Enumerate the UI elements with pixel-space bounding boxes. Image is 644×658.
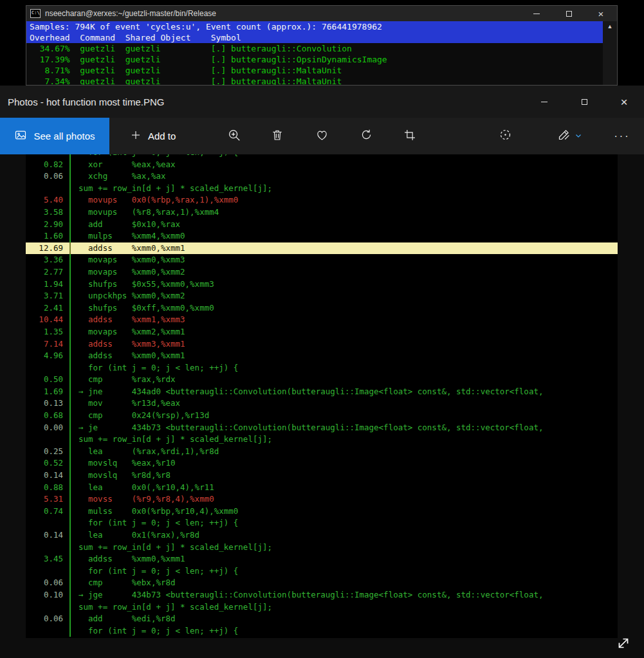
annotate-code: shufps $0xff,%xmm0,%xmm0 bbox=[69, 302, 618, 315]
annotate-percent: 5.40 bbox=[26, 194, 63, 206]
annotate-code: cmp %rax,%rdx bbox=[69, 374, 618, 386]
annotate-percent: 0.68 bbox=[26, 410, 63, 422]
scroll-up-icon[interactable]: ▲ bbox=[607, 23, 613, 86]
annotate-asm-row: 1.69→ jne 434ad0 <butteraugli::Convoluti… bbox=[26, 386, 618, 398]
annotate-percent: 1.69 bbox=[26, 386, 63, 398]
more-button[interactable]: ··· bbox=[609, 118, 635, 154]
console-line: 7.34% guetzli guetzli [.] butteraugli::M… bbox=[26, 76, 603, 86]
photos-minimize-button[interactable] bbox=[524, 86, 564, 118]
annotate-asm-row: 0.25 lea (%rax,%rdi,1),%r8d bbox=[26, 446, 618, 458]
annotate-source-row: for (int j = 0; j < len; ++j) { bbox=[26, 362, 618, 374]
annotate-asm-row: 3.58 movups (%r8,%rax,1),%xmm4 bbox=[26, 206, 618, 219]
console-line: 17.39% guetzli guetzli [.] butteraugli::… bbox=[26, 54, 603, 65]
annotate-code: → jge 434b73 <butteraugli::Convolution(b… bbox=[69, 589, 618, 601]
favorite-button[interactable] bbox=[306, 118, 337, 154]
annotate-code: for (int j = 0; j < len; ++j) { bbox=[69, 517, 618, 529]
annotate-source-row: sum += row_in[d + j] * scaled_kernel[j]; bbox=[26, 183, 618, 195]
annotate-asm-row: 2.90 add $0x10,%rax bbox=[26, 219, 618, 231]
add-to-button[interactable]: Add to bbox=[124, 118, 182, 154]
delete-icon bbox=[271, 128, 284, 144]
lens-icon bbox=[499, 128, 512, 144]
photos-close-button[interactable]: × bbox=[604, 86, 644, 118]
crop-icon bbox=[403, 129, 416, 144]
photos-window: Photos - hot function most time.PNG × Se… bbox=[0, 86, 644, 658]
rotate-button[interactable] bbox=[351, 118, 382, 154]
photos-window-title: Photos - hot function most time.PNG bbox=[0, 96, 164, 107]
annotate-percent: 0.06 bbox=[26, 170, 63, 183]
annotate-code: movaps %xmm0,%xmm3 bbox=[69, 254, 618, 266]
close-icon: × bbox=[598, 9, 604, 19]
annotate-code: addss %xmm3,%xmm1 bbox=[69, 338, 618, 351]
close-icon: × bbox=[620, 96, 627, 108]
annotate-asm-row: 3.36 movaps %xmm0,%xmm3 bbox=[26, 254, 618, 266]
annotate-asm-row: 0.88 lea 0x0(,%r10,4),%r11 bbox=[26, 482, 618, 494]
annotate-code: addss %xmm1,%xmm3 bbox=[69, 314, 618, 326]
annotate-code: mulps %xmm4,%xmm0 bbox=[69, 230, 618, 242]
annotate-percent: 0.14 bbox=[26, 470, 63, 482]
annotate-code: cmp %ebx,%r8d bbox=[69, 577, 618, 589]
annotate-code: movups (%r8,%rax,1),%xmm4 bbox=[69, 206, 618, 219]
see-all-photos-label: See all photos bbox=[33, 131, 95, 142]
annotate-code: mov %r13d,%eax bbox=[69, 398, 618, 410]
annotate-listing: for (int j = 0; j < len; ++j) {0.82 xor … bbox=[26, 154, 618, 637]
annotate-code: lea 0x1(%rax),%r8d bbox=[69, 529, 618, 542]
annotate-code: xchg %ax,%ax bbox=[69, 170, 618, 183]
annotate-code: → je 434b73 <butteraugli::Convolution(bu… bbox=[69, 422, 618, 434]
plus-icon bbox=[130, 129, 142, 143]
console-close-button[interactable]: × bbox=[585, 6, 617, 21]
edit-create-button[interactable] bbox=[557, 118, 582, 154]
annotate-percent bbox=[26, 565, 63, 578]
annotate-asm-row: 0.50 cmp %rax,%rdx bbox=[26, 374, 618, 386]
photos-maximize-button[interactable] bbox=[564, 86, 604, 118]
annotate-asm-row: 12.69 addss %xmm0,%xmm1 bbox=[26, 242, 618, 255]
console-scrollbar[interactable]: ▲ bbox=[603, 21, 617, 86]
annotate-percent: 1.60 bbox=[26, 230, 63, 242]
annotate-code: for (int j = 0; j < len; ++j) { bbox=[69, 625, 618, 637]
annotate-percent: 0.88 bbox=[26, 482, 63, 494]
fullscreen-button[interactable] bbox=[612, 634, 634, 655]
annotate-percent: 2.77 bbox=[26, 266, 63, 279]
rotate-icon bbox=[360, 128, 373, 144]
delete-button[interactable] bbox=[262, 118, 293, 154]
annotate-percent: 0.00 bbox=[26, 422, 63, 434]
annotate-code: for (int j = 0; j < len; ++j) { bbox=[69, 565, 618, 578]
annotate-percent: 0.74 bbox=[26, 506, 63, 518]
console-title: nseecharan@xerxes:~/guetzli-master/bin/R… bbox=[45, 9, 216, 18]
annotate-percent: 3.58 bbox=[26, 206, 63, 219]
annotate-percent: 7.14 bbox=[26, 338, 63, 351]
see-all-photos-button[interactable]: See all photos bbox=[0, 118, 109, 154]
annotate-asm-row: 3.45 addss %xmm0,%xmm1 bbox=[26, 553, 618, 565]
console-window: C:\ nseecharan@xerxes:~/guetzli-master/b… bbox=[26, 5, 618, 86]
crop-button[interactable] bbox=[394, 118, 425, 154]
annotate-code: sum += row_in[d + j] * scaled_kernel[j]; bbox=[69, 601, 618, 614]
annotate-percent bbox=[26, 154, 63, 159]
photos-titlebar[interactable]: Photos - hot function most time.PNG × bbox=[0, 86, 644, 118]
console-body: Samples: 794K of event 'cycles:u', Event… bbox=[26, 21, 617, 86]
annotate-code: sum += row_in[d + j] * scaled_kernel[j]; bbox=[69, 434, 618, 446]
annotate-asm-row: 7.14 addss %xmm3,%xmm1 bbox=[26, 338, 618, 351]
photos-toolbar: See all photos Add to bbox=[0, 118, 644, 154]
annotate-source-row: for (int j = 0; j < len; ++j) { bbox=[26, 517, 618, 529]
annotate-asm-row: 0.52 movslq %eax,%r10 bbox=[26, 457, 618, 470]
annotate-percent: 0.50 bbox=[26, 374, 63, 386]
console-titlebar[interactable]: C:\ nseecharan@xerxes:~/guetzli-master/b… bbox=[26, 6, 617, 21]
annotate-percent: 3.45 bbox=[26, 553, 63, 565]
annotate-code: sum += row_in[d + j] * scaled_kernel[j]; bbox=[69, 183, 618, 195]
annotate-asm-row: 0.14 movslq %r8d,%r8 bbox=[26, 470, 618, 482]
annotate-code: → jne 434ad0 <butteraugli::Convolution(b… bbox=[69, 386, 618, 398]
maximize-icon bbox=[582, 99, 587, 105]
zoom-button[interactable] bbox=[219, 118, 250, 154]
annotate-percent: 0.52 bbox=[26, 457, 63, 470]
console-maximize-button[interactable] bbox=[553, 6, 585, 21]
annotate-source-row: sum += row_in[d + j] * scaled_kernel[j]; bbox=[26, 601, 618, 614]
perf-report-output: Samples: 794K of event 'cycles:u', Event… bbox=[26, 21, 603, 86]
diagonal-expand-icon bbox=[615, 635, 632, 654]
annotate-asm-row: 1.35 movaps %xmm2,%xmm1 bbox=[26, 326, 618, 338]
lens-button[interactable] bbox=[490, 118, 520, 154]
minimize-icon bbox=[541, 102, 547, 102]
annotate-percent bbox=[26, 183, 63, 195]
annotate-code: cmp 0x24(%rsp),%r13d bbox=[69, 410, 618, 422]
annotate-asm-row: 0.13 mov %r13d,%eax bbox=[26, 398, 618, 410]
console-minimize-button[interactable] bbox=[520, 6, 553, 21]
annotate-code: movups 0x0(%rbp,%rax,1),%xmm0 bbox=[69, 194, 618, 206]
